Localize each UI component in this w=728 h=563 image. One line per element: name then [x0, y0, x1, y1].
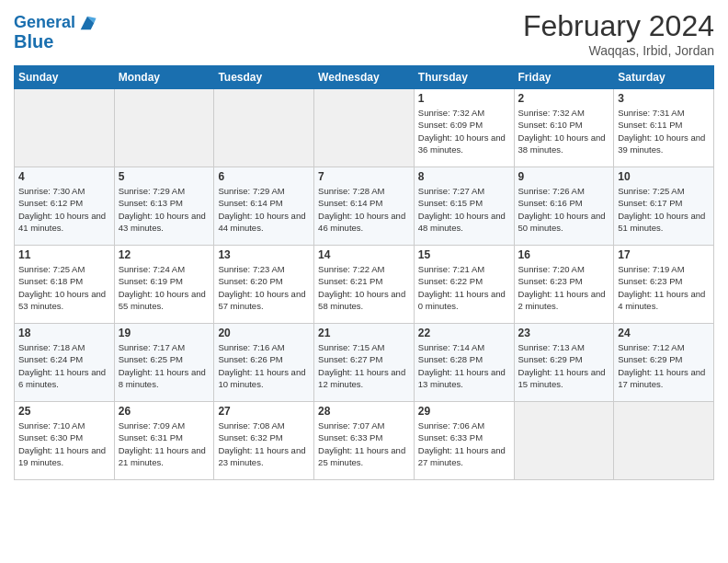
- day-number: 22: [418, 327, 510, 339]
- day-info: Sunrise: 7:15 AMSunset: 6:27 PMDaylight:…: [318, 341, 410, 390]
- day-number: 29: [418, 405, 510, 418]
- day-number: 24: [618, 327, 710, 339]
- day-info: Sunrise: 7:25 AMSunset: 6:17 PMDaylight:…: [618, 185, 710, 234]
- day-number: 17: [618, 248, 710, 261]
- calendar-cell: 29Sunrise: 7:06 AMSunset: 6:33 PMDayligh…: [414, 402, 514, 480]
- calendar-week-row: 11Sunrise: 7:25 AMSunset: 6:18 PMDayligh…: [15, 246, 714, 324]
- day-number: 20: [218, 327, 310, 339]
- calendar-cell: [214, 89, 314, 167]
- day-info: Sunrise: 7:19 AMSunset: 6:23 PMDaylight:…: [618, 263, 710, 312]
- day-number: 1: [418, 92, 510, 105]
- calendar-cell: 2Sunrise: 7:32 AMSunset: 6:10 PMDaylight…: [514, 89, 614, 167]
- calendar-cell: 20Sunrise: 7:16 AMSunset: 6:26 PMDayligh…: [214, 324, 314, 402]
- logo-text: General: [14, 14, 75, 32]
- day-number: 14: [318, 248, 410, 261]
- weekday-header-cell: Wednesday: [314, 66, 415, 89]
- day-number: 3: [618, 92, 710, 105]
- day-number: 19: [119, 327, 210, 339]
- weekday-header-cell: Thursday: [414, 66, 514, 89]
- day-info: Sunrise: 7:30 AMSunset: 6:12 PMDaylight:…: [18, 185, 110, 234]
- calendar-cell: [514, 402, 614, 480]
- calendar-week-row: 18Sunrise: 7:18 AMSunset: 6:24 PMDayligh…: [15, 324, 714, 402]
- day-info: Sunrise: 7:17 AMSunset: 6:25 PMDaylight:…: [119, 341, 210, 390]
- day-info: Sunrise: 7:22 AMSunset: 6:21 PMDaylight:…: [318, 263, 410, 312]
- calendar-cell: 6Sunrise: 7:29 AMSunset: 6:14 PMDaylight…: [214, 167, 314, 246]
- day-number: 10: [618, 170, 710, 183]
- calendar-cell: 26Sunrise: 7:09 AMSunset: 6:31 PMDayligh…: [114, 402, 214, 480]
- day-info: Sunrise: 7:28 AMSunset: 6:14 PMDaylight:…: [318, 185, 410, 234]
- calendar-cell: 23Sunrise: 7:13 AMSunset: 6:29 PMDayligh…: [514, 324, 614, 402]
- calendar-cell: 22Sunrise: 7:14 AMSunset: 6:28 PMDayligh…: [414, 324, 514, 402]
- day-info: Sunrise: 7:13 AMSunset: 6:29 PMDaylight:…: [518, 341, 610, 390]
- calendar-cell: 25Sunrise: 7:10 AMSunset: 6:30 PMDayligh…: [15, 402, 115, 480]
- calendar-cell: 7Sunrise: 7:28 AMSunset: 6:14 PMDaylight…: [314, 167, 415, 246]
- logo-icon: [77, 13, 97, 33]
- day-info: Sunrise: 7:29 AMSunset: 6:13 PMDaylight:…: [119, 185, 210, 234]
- day-number: 2: [518, 92, 610, 105]
- day-info: Sunrise: 7:20 AMSunset: 6:23 PMDaylight:…: [518, 263, 610, 312]
- calendar-cell: [614, 402, 714, 480]
- calendar-week-row: 25Sunrise: 7:10 AMSunset: 6:30 PMDayligh…: [15, 402, 714, 480]
- day-info: Sunrise: 7:26 AMSunset: 6:16 PMDaylight:…: [518, 185, 610, 234]
- day-number: 8: [418, 170, 510, 183]
- calendar-cell: 3Sunrise: 7:31 AMSunset: 6:11 PMDaylight…: [614, 89, 714, 167]
- day-number: 9: [518, 170, 610, 183]
- calendar-cell: 9Sunrise: 7:26 AMSunset: 6:16 PMDaylight…: [514, 167, 614, 246]
- calendar-body: 1Sunrise: 7:32 AMSunset: 6:09 PMDaylight…: [15, 89, 714, 480]
- logo: General Blue: [14, 13, 97, 52]
- day-number: 5: [119, 170, 210, 183]
- day-info: Sunrise: 7:27 AMSunset: 6:15 PMDaylight:…: [418, 185, 510, 234]
- day-info: Sunrise: 7:21 AMSunset: 6:22 PMDaylight:…: [418, 263, 510, 312]
- calendar-cell: 18Sunrise: 7:18 AMSunset: 6:24 PMDayligh…: [15, 324, 115, 402]
- day-info: Sunrise: 7:18 AMSunset: 6:24 PMDaylight:…: [18, 341, 110, 390]
- calendar-cell: 13Sunrise: 7:23 AMSunset: 6:20 PMDayligh…: [214, 246, 314, 324]
- day-info: Sunrise: 7:12 AMSunset: 6:29 PMDaylight:…: [618, 341, 710, 390]
- day-number: 4: [18, 170, 110, 183]
- day-number: 15: [418, 248, 510, 261]
- day-info: Sunrise: 7:08 AMSunset: 6:32 PMDaylight:…: [218, 419, 310, 468]
- day-number: 27: [218, 405, 310, 418]
- title-block: February 2024 Waqqas, Irbid, Jordan: [523, 9, 714, 58]
- month-title: February 2024: [523, 9, 714, 43]
- day-number: 6: [218, 170, 310, 183]
- calendar-cell: 5Sunrise: 7:29 AMSunset: 6:13 PMDaylight…: [114, 167, 214, 246]
- day-number: 16: [518, 248, 610, 261]
- calendar-cell: 1Sunrise: 7:32 AMSunset: 6:09 PMDaylight…: [414, 89, 514, 167]
- logo-text-blue: Blue: [14, 31, 53, 52]
- day-number: 23: [518, 327, 610, 339]
- calendar-cell: 11Sunrise: 7:25 AMSunset: 6:18 PMDayligh…: [15, 246, 115, 324]
- day-info: Sunrise: 7:32 AMSunset: 6:10 PMDaylight:…: [518, 107, 610, 155]
- calendar-cell: 10Sunrise: 7:25 AMSunset: 6:17 PMDayligh…: [614, 167, 714, 246]
- day-info: Sunrise: 7:29 AMSunset: 6:14 PMDaylight:…: [218, 185, 310, 234]
- weekday-header-cell: Monday: [114, 66, 214, 89]
- calendar-cell: 21Sunrise: 7:15 AMSunset: 6:27 PMDayligh…: [314, 324, 415, 402]
- calendar-cell: 17Sunrise: 7:19 AMSunset: 6:23 PMDayligh…: [614, 246, 714, 324]
- day-info: Sunrise: 7:31 AMSunset: 6:11 PMDaylight:…: [618, 107, 710, 155]
- calendar-cell: 8Sunrise: 7:27 AMSunset: 6:15 PMDaylight…: [414, 167, 514, 246]
- day-number: 21: [318, 327, 410, 339]
- calendar-table: SundayMondayTuesdayWednesdayThursdayFrid…: [14, 65, 714, 480]
- calendar-cell: 28Sunrise: 7:07 AMSunset: 6:33 PMDayligh…: [314, 402, 415, 480]
- day-info: Sunrise: 7:16 AMSunset: 6:26 PMDaylight:…: [218, 341, 310, 390]
- calendar-header-row: SundayMondayTuesdayWednesdayThursdayFrid…: [15, 66, 714, 89]
- day-info: Sunrise: 7:07 AMSunset: 6:33 PMDaylight:…: [318, 419, 410, 468]
- day-info: Sunrise: 7:23 AMSunset: 6:20 PMDaylight:…: [218, 263, 310, 312]
- weekday-header-cell: Sunday: [15, 66, 115, 89]
- page-container: General Blue February 2024 Waqqas, Irbid…: [0, 0, 728, 489]
- calendar-week-row: 1Sunrise: 7:32 AMSunset: 6:09 PMDaylight…: [15, 89, 714, 167]
- day-info: Sunrise: 7:10 AMSunset: 6:30 PMDaylight:…: [18, 419, 110, 468]
- location: Waqqas, Irbid, Jordan: [523, 43, 714, 58]
- calendar-week-row: 4Sunrise: 7:30 AMSunset: 6:12 PMDaylight…: [15, 167, 714, 246]
- calendar-cell: 19Sunrise: 7:17 AMSunset: 6:25 PMDayligh…: [114, 324, 214, 402]
- day-number: 7: [318, 170, 410, 183]
- weekday-header-cell: Tuesday: [214, 66, 314, 89]
- day-number: 13: [218, 248, 310, 261]
- day-info: Sunrise: 7:25 AMSunset: 6:18 PMDaylight:…: [18, 263, 110, 312]
- day-info: Sunrise: 7:32 AMSunset: 6:09 PMDaylight:…: [418, 107, 510, 155]
- day-number: 26: [119, 405, 210, 418]
- day-info: Sunrise: 7:14 AMSunset: 6:28 PMDaylight:…: [418, 341, 510, 390]
- calendar-cell: [314, 89, 415, 167]
- day-number: 12: [119, 248, 210, 261]
- weekday-header-cell: Friday: [514, 66, 614, 89]
- day-number: 18: [18, 327, 110, 339]
